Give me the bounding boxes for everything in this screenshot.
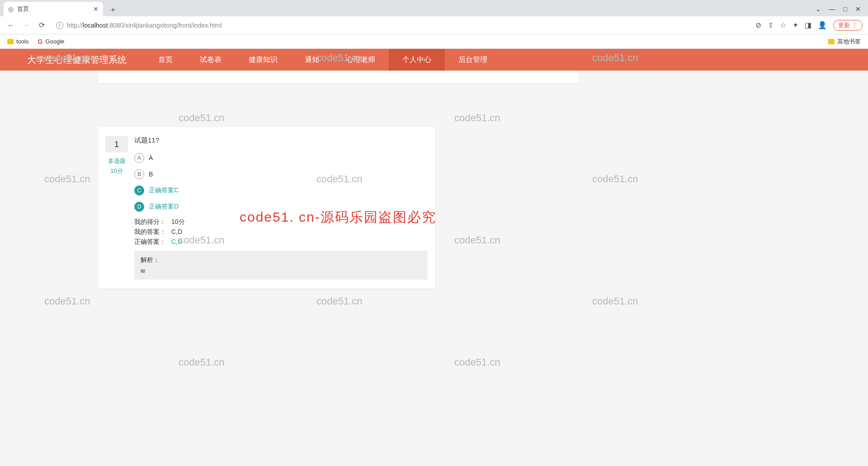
result-rows: 我的得分：10分 我的答案：C,D 正确答案：C,D (134, 218, 428, 246)
question-title: 试题11? (134, 136, 428, 145)
bookmark-tools[interactable]: tools (7, 38, 28, 45)
options-list: AABBC正确答案CD正确答案D (134, 153, 428, 212)
watermark: code51.cn (179, 112, 225, 124)
option-letter: D (134, 202, 144, 212)
zoom-icon[interactable]: ⊘ (755, 21, 761, 29)
nav-item[interactable]: 健康知识 (235, 49, 291, 71)
my-score-label: 我的得分： (134, 218, 166, 226)
watermark: code51.cn (179, 357, 225, 368)
question-type: 多选题 (105, 157, 128, 165)
option-text: 正确答案C (149, 186, 179, 195)
option-letter: B (134, 169, 144, 179)
content-area: 1 多选题 10分 试题11? AABBC正确答案CD正确答案D 我的得分：10… (0, 71, 868, 466)
option-row[interactable]: BB (134, 169, 428, 179)
watermark: code51.cn (454, 234, 500, 246)
globe-icon: ◎ (8, 5, 14, 13)
reload-button[interactable]: ⟳ (36, 21, 47, 29)
panel-strip (98, 71, 579, 83)
option-letter: C (134, 185, 144, 195)
site-info-icon[interactable]: i (56, 22, 63, 29)
nav-item[interactable]: 心理老师 (333, 49, 389, 71)
option-text: A (149, 154, 153, 162)
site-title: 大学生心理健康管理系统 (0, 54, 145, 66)
option-text: B (149, 171, 153, 178)
question-score: 10分 (105, 167, 128, 175)
my-score-value: 10分 (171, 218, 185, 226)
side-panel-icon[interactable]: ◨ (805, 21, 811, 29)
new-tab-button[interactable]: + (107, 4, 119, 16)
question-meta: 1 多选题 10分 (105, 136, 128, 280)
option-letter: A (134, 153, 144, 163)
analysis-text: w (141, 267, 421, 274)
nav-item[interactable]: 个人中心 (389, 49, 445, 71)
update-button[interactable]: 更新⋮ (833, 20, 863, 31)
watermark: code51.cn (44, 173, 90, 185)
folder-icon (7, 39, 14, 44)
maximize-icon[interactable]: □ (844, 5, 847, 13)
tab-title: 首页 (17, 5, 29, 13)
close-window-icon[interactable]: ✕ (855, 5, 861, 13)
back-button[interactable]: ← (5, 21, 16, 29)
analysis-label: 解析： (141, 256, 421, 264)
google-icon: G (38, 38, 42, 45)
watermark: code51.cn (592, 295, 638, 307)
question-number: 1 (105, 136, 128, 152)
watermark: code51.cn (454, 357, 500, 368)
option-row[interactable]: AA (134, 153, 428, 163)
toolbar-icons: ⊘ ⇪ ☆ ✦ ◨ 👤 更新⋮ (755, 20, 863, 31)
browser-tab[interactable]: ◎ 首页 ✕ (4, 2, 103, 16)
close-tab-icon[interactable]: ✕ (93, 5, 99, 13)
tab-bar: ◎ 首页 ✕ + ⌄ — □ ✕ (0, 0, 868, 16)
nav-item[interactable]: 后台管理 (445, 49, 501, 71)
watermark: code51.cn (592, 173, 638, 185)
url-text: http://localhost:8080/xinlijiankangxiton… (67, 22, 222, 29)
watermark: code51.cn (44, 295, 90, 307)
nav-item[interactable]: 通知 (291, 49, 333, 71)
share-icon[interactable]: ⇪ (768, 21, 774, 29)
my-answer-label: 我的答案： (134, 228, 166, 236)
bookmark-google[interactable]: GGoogle (38, 38, 64, 45)
nav-items: 首页试卷表健康知识通知心理老师个人中心后台管理 (145, 49, 501, 71)
analysis-box: 解析： w (134, 251, 428, 280)
folder-icon (828, 39, 835, 44)
url-input[interactable]: i http://localhost:8080/xinlijiankangxit… (52, 20, 751, 31)
option-row[interactable]: D正确答案D (134, 202, 428, 212)
window-controls: ⌄ — □ ✕ (816, 2, 868, 16)
correct-answer-value: C,D (171, 238, 182, 246)
watermark: code51.cn (454, 112, 500, 124)
option-row[interactable]: C正确答案C (134, 185, 428, 195)
address-bar: ← → ⟳ i http://localhost:8080/xinlijiank… (0, 16, 868, 34)
correct-answer-label: 正确答案： (134, 238, 166, 246)
extensions-icon[interactable]: ✦ (793, 21, 798, 29)
minimize-icon[interactable]: — (829, 5, 835, 13)
chevron-down-icon[interactable]: ⌄ (816, 5, 821, 13)
bookmark-other[interactable]: 其他书签 (828, 38, 861, 46)
question-card: 1 多选题 10分 试题11? AABBC正确答案CD正确答案D 我的得分：10… (98, 127, 435, 289)
bookmark-star-icon[interactable]: ☆ (780, 21, 786, 29)
my-answer-value: C,D (171, 228, 182, 236)
nav-item[interactable]: 首页 (145, 49, 186, 71)
site-nav: 大学生心理健康管理系统 首页试卷表健康知识通知心理老师个人中心后台管理 (0, 49, 868, 71)
profile-icon[interactable]: 👤 (818, 21, 827, 29)
watermark: code51.cn (316, 295, 363, 307)
nav-item[interactable]: 试卷表 (186, 49, 235, 71)
browser-chrome: ◎ 首页 ✕ + ⌄ — □ ✕ ← → ⟳ i http://localhos… (0, 0, 868, 49)
option-text: 正确答案D (149, 203, 179, 211)
bookmarks-bar: tools GGoogle 其他书签 (0, 34, 868, 49)
forward-button[interactable]: → (21, 21, 32, 29)
